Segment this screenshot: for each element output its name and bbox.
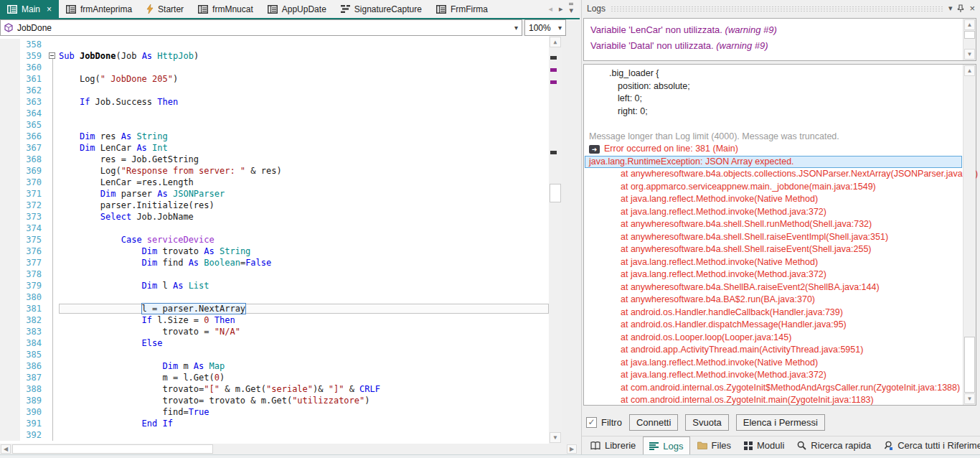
code-text[interactable]: Dim LenCar As Int (59, 143, 549, 153)
breakpoint-margin[interactable] (0, 429, 20, 441)
code-text[interactable]: Dim parser As JSONParser (59, 189, 549, 199)
panel-tab-cerca-tutti-i-riferimenti-f7-[interactable]: Cerca tutti i Riferimenti (F7) (878, 436, 980, 454)
code-line-372[interactable]: 372 parser.Initialize(res) (0, 200, 549, 211)
code-text[interactable]: Dim find As Boolean=False (59, 258, 549, 268)
panel-tab-moduli[interactable]: Moduli (738, 436, 790, 454)
stack-trace-line[interactable]: at android.os.Handler.dispatchMessage(Ha… (585, 319, 962, 332)
code-text[interactable]: res = Job.GetString (59, 154, 549, 164)
compiler-warning[interactable]: Variabile 'Datal' non utilizzata. (warni… (590, 38, 956, 54)
window-position-icon[interactable]: ▾ (948, 4, 953, 13)
code-line-386[interactable]: 386 Dim m As Map (0, 360, 549, 372)
code-line-384[interactable]: 384 Else (0, 337, 549, 349)
breakpoint-margin[interactable] (0, 246, 20, 257)
code-line-378[interactable]: 378 (0, 268, 549, 280)
scrollbar-thumb[interactable] (964, 31, 975, 39)
code-text[interactable]: Log(" JobDone 205") (59, 74, 549, 84)
scrollbar-thumb[interactable] (964, 337, 975, 393)
log-text-line[interactable]: position: absolute; (585, 80, 962, 93)
code-line-361[interactable]: 361 Log(" JobDone 205") (0, 73, 549, 85)
code-text[interactable]: trovato="[" & m.Get("seriale")& "]" & CR… (59, 384, 549, 394)
panel-tab-librerie[interactable]: Librerie (585, 436, 641, 454)
breakpoint-margin[interactable] (0, 303, 20, 314)
scrollbar-thumb[interactable] (550, 184, 561, 202)
panel-tab-files[interactable]: Files (692, 436, 737, 454)
breakpoint-margin[interactable] (0, 200, 20, 211)
code-line-391[interactable]: 391 End If (0, 418, 549, 429)
breakpoint-margin[interactable] (0, 142, 20, 154)
breakpoint-margin[interactable] (0, 372, 20, 383)
code-text[interactable]: If l.Size = 0 Then (59, 315, 549, 325)
list-permissions-button[interactable]: Elenca i Permessi (736, 414, 825, 431)
code-line-368[interactable]: 368 res = Job.GetString (0, 154, 549, 165)
breakpoint-margin[interactable] (0, 85, 20, 96)
device-log-box[interactable]: .big_loader {position: absolute;left: 0;… (583, 64, 976, 406)
stack-trace-line[interactable]: at android.os.Looper.loop(Looper.java:14… (585, 332, 962, 345)
code-line-358[interactable]: 358 (0, 39, 549, 50)
code-line-388[interactable]: 388 trovato="[" & m.Get("seriale")& "]" … (0, 383, 549, 395)
code-line-382[interactable]: 382 If l.Size = 0 Then (0, 314, 549, 326)
breakpoint-margin[interactable] (0, 349, 20, 360)
error-location-link[interactable]: ➜Error occurred on line: 381 (Main) (585, 143, 962, 156)
editor-vertical-scrollbar[interactable]: ▲ ▼ (549, 36, 562, 444)
editor-tab-frmanteprima[interactable]: frmAnteprima (59, 0, 139, 18)
editor-tab-frmfirma[interactable]: FrmFirma (429, 0, 495, 18)
code-text[interactable]: parser.Initialize(res) (59, 200, 549, 210)
zoom-dropdown[interactable]: 100% ▾ (524, 19, 566, 36)
editor-tab-appupdate[interactable]: AppUpDate (260, 0, 334, 18)
code-text[interactable]: Case serviceDevice (59, 235, 549, 245)
breakpoint-margin[interactable] (0, 257, 20, 268)
scroll-right-icon[interactable]: ▶ (567, 444, 577, 454)
breakpoint-margin[interactable] (0, 234, 20, 246)
code-text[interactable]: Select Job.JobName (59, 212, 549, 222)
editor-tab-main[interactable]: Main× (0, 0, 59, 18)
code-line-359[interactable]: 359Sub JobDone(Job As HttpJob) (0, 50, 549, 62)
exception-message-selected[interactable]: java.lang.RuntimeException: JSON Array e… (585, 156, 962, 169)
code-line-381[interactable]: 381 l = parser.NextArray (0, 303, 549, 314)
log-text-line[interactable]: left: 0; (585, 93, 962, 106)
breakpoint-margin[interactable] (0, 211, 20, 223)
code-line-367[interactable]: 367 Dim LenCar As Int (0, 142, 549, 154)
code-line-362[interactable]: 362 (0, 85, 549, 96)
breakpoint-margin[interactable] (0, 39, 20, 50)
filter-checkbox[interactable]: ✓ (586, 417, 597, 428)
logs-panel-header[interactable]: Logs ▾ × (582, 0, 980, 17)
scroll-down-icon[interactable]: ▼ (550, 432, 561, 443)
stack-trace-line[interactable]: at android.os.Handler.handleCallback(Han… (585, 307, 962, 319)
stack-trace-line[interactable]: at anywheresoftware.b4a.BA$2.run(BA.java… (585, 294, 962, 307)
code-text[interactable]: Dim l As List (59, 281, 549, 291)
breakpoint-margin[interactable] (0, 154, 20, 165)
tab-list-icon[interactable]: ▾ (569, 3, 573, 15)
code-line-360[interactable]: 360 (0, 62, 549, 73)
code-text[interactable]: LenCar =res.Length (59, 177, 549, 187)
code-line-373[interactable]: 373 Select Job.JobName (0, 211, 549, 223)
stack-trace-line[interactable]: at anywheresoftware.b4a.objects.collecti… (585, 168, 962, 181)
breakpoint-margin[interactable] (0, 188, 20, 200)
stack-trace-line[interactable]: at com.android.internal.os.ZygoteInit.ma… (585, 394, 962, 407)
code-line-387[interactable]: 387 m = l.Get(0) (0, 372, 549, 383)
code-line-377[interactable]: 377 Dim find As Boolean=False (0, 257, 549, 268)
stack-trace-line[interactable]: at anywheresoftware.b4a.shell.Shell.rais… (585, 231, 962, 244)
code-line-364[interactable]: 364 (0, 108, 549, 119)
code-text[interactable]: l = parser.NextArray (59, 304, 549, 314)
scroll-up-icon[interactable]: ▲ (964, 65, 975, 76)
log-scrollbar[interactable]: ▲ ▼ (963, 65, 976, 405)
scroll-left-icon[interactable]: ◀ (1, 444, 11, 454)
code-line-392[interactable]: 392 (0, 429, 549, 441)
breakpoint-margin[interactable] (0, 96, 20, 108)
code-text[interactable]: trovato = "N/A" (59, 327, 549, 337)
stack-trace-line[interactable]: at java.lang.reflect.Method.invoke(Nativ… (585, 357, 962, 370)
tab-scroll-left-icon[interactable]: ◂ (548, 4, 552, 14)
code-text[interactable]: Dim m As Map (59, 361, 549, 371)
log-text-line[interactable]: .big_loader { (585, 67, 962, 80)
connect-button[interactable]: Connetti (629, 414, 678, 431)
stack-trace-line[interactable]: at android.app.ActivityThread.main(Activ… (585, 344, 962, 357)
stack-trace-line[interactable]: at anywheresoftware.b4a.ShellBA.raiseEve… (585, 281, 962, 294)
code-line-389[interactable]: 389 trovato= trovato & m.Get("utilizzato… (0, 395, 549, 406)
chevron-down-icon[interactable]: ▾ (514, 24, 518, 32)
breakpoint-margin[interactable] (0, 177, 20, 188)
code-line-365[interactable]: 365 (0, 119, 549, 131)
code-text[interactable]: find=True (59, 407, 549, 417)
panel-tab-logs[interactable]: Logs (643, 436, 689, 454)
stack-trace-line[interactable]: at java.lang.reflect.Method.invoke(Metho… (585, 206, 962, 219)
editor-tab-starter[interactable]: Starter (139, 0, 191, 18)
